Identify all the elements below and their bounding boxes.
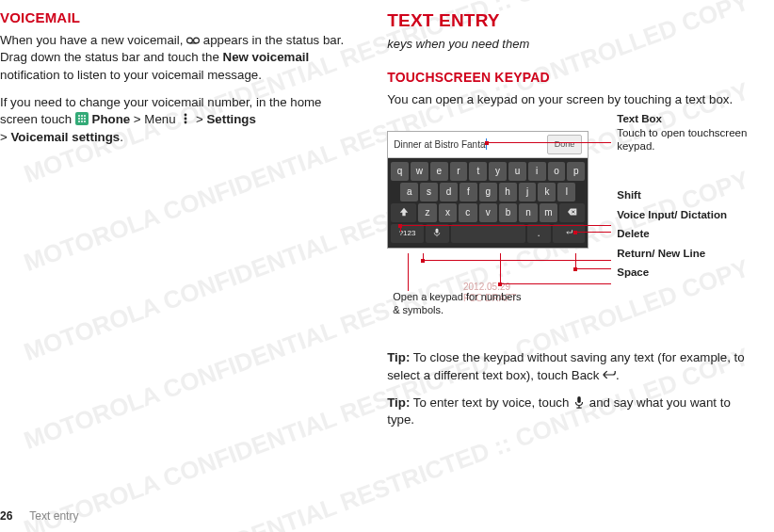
tip-voice-input: Tip: To enter text by voice, touch and s… xyxy=(387,395,761,429)
key-r[interactable]: r xyxy=(450,162,468,181)
menu-icon xyxy=(179,112,192,125)
dialpad-icon xyxy=(75,112,89,125)
key-o[interactable]: o xyxy=(548,162,566,181)
tip-close-keypad: Tip: To close the keypad without saving … xyxy=(387,349,761,384)
key-n[interactable]: n xyxy=(519,203,537,222)
key-x[interactable]: x xyxy=(439,203,457,222)
svg-point-0 xyxy=(187,38,193,43)
key-period[interactable]: . xyxy=(527,224,551,243)
svg-rect-16 xyxy=(436,229,439,234)
text-entry-heading: TEXT ENTRY xyxy=(387,8,761,34)
svg-point-8 xyxy=(81,118,83,120)
key-f[interactable]: f xyxy=(460,183,477,202)
key-z[interactable]: z xyxy=(418,203,436,222)
page-footer: 26 Text entry xyxy=(0,508,78,524)
callout-voice: Voice Input/ Dictation xyxy=(617,208,761,221)
key-v[interactable]: v xyxy=(479,203,497,222)
key-j[interactable]: j xyxy=(519,183,537,202)
voicemail-para-2: If you need to change your voicemail num… xyxy=(0,94,359,147)
touchscreen-keypad-heading: TOUCHSCREEN KEYPAD xyxy=(387,68,761,87)
key-d[interactable]: d xyxy=(440,183,458,202)
svg-point-7 xyxy=(78,118,80,120)
key-w[interactable]: w xyxy=(411,162,428,181)
key-a[interactable]: a xyxy=(400,183,418,202)
back-icon xyxy=(603,368,616,381)
mic-icon xyxy=(572,395,586,409)
page-number: 26 xyxy=(0,508,12,524)
key-k[interactable]: k xyxy=(538,183,556,202)
svg-point-5 xyxy=(81,115,83,117)
symbols-key-caption: Open a keypad for numbers & symbols. xyxy=(393,291,524,317)
svg-point-9 xyxy=(84,118,86,120)
key-row-4: ?123 . xyxy=(391,224,585,243)
key-y[interactable]: y xyxy=(489,162,507,181)
voicemail-heading: VOICEMAIL xyxy=(0,8,359,28)
svg-point-6 xyxy=(84,115,86,117)
key-e[interactable]: e xyxy=(430,162,448,181)
key-h[interactable]: h xyxy=(499,183,517,202)
voicemail-icon xyxy=(186,34,200,45)
key-delete[interactable] xyxy=(559,203,585,222)
callout-space: Space xyxy=(617,266,761,279)
key-s[interactable]: s xyxy=(420,183,438,202)
key-u[interactable]: u xyxy=(508,162,526,181)
callout-textbox: Text Box Touch to open touchscreen keypa… xyxy=(617,112,761,153)
key-space[interactable] xyxy=(451,224,525,243)
text-entry-subtitle: keys when you need them xyxy=(387,36,761,54)
key-row-1: q w e r t y u i o p xyxy=(391,162,585,181)
key-t[interactable]: t xyxy=(469,162,487,181)
svg-point-15 xyxy=(185,121,187,124)
key-i[interactable]: i xyxy=(528,162,546,181)
svg-point-1 xyxy=(194,38,200,43)
callout-return: Return/ New Line xyxy=(617,247,761,260)
key-g[interactable]: g xyxy=(479,183,497,202)
key-m[interactable]: m xyxy=(540,203,557,222)
touchscreen-keypad-intro: You can open a keypad on your screen by … xyxy=(387,91,761,109)
key-c[interactable]: c xyxy=(459,203,476,222)
svg-point-13 xyxy=(185,114,187,117)
key-shift[interactable] xyxy=(391,203,416,222)
key-return[interactable] xyxy=(553,224,586,243)
text-input-value[interactable]: Dinner at Bistro Fanta xyxy=(394,138,546,153)
keypad-screenshot: Dinner at Bistro Fanta Done q w e r t y … xyxy=(387,131,589,249)
callout-delete: Delete xyxy=(617,227,761,240)
key-p[interactable]: p xyxy=(567,162,585,181)
svg-rect-18 xyxy=(577,395,581,402)
key-symbols[interactable]: ?123 xyxy=(391,224,424,243)
section-name: Text entry xyxy=(29,508,78,524)
done-button[interactable]: Done xyxy=(547,135,583,154)
svg-point-14 xyxy=(185,118,187,121)
key-b[interactable]: b xyxy=(499,203,517,222)
key-l[interactable]: l xyxy=(557,183,575,202)
callout-shift: Shift xyxy=(617,188,761,202)
key-mic[interactable] xyxy=(426,224,449,243)
key-q[interactable]: q xyxy=(391,162,409,181)
key-row-3: z x c v b n m xyxy=(391,203,585,222)
svg-point-10 xyxy=(78,121,80,122)
svg-point-12 xyxy=(84,121,86,122)
keypad-figure: Dinner at Bistro Fanta Done q w e r t y … xyxy=(387,123,761,330)
voicemail-para-1: When you have a new voicemail, appears i… xyxy=(0,32,359,85)
svg-point-11 xyxy=(81,121,83,122)
svg-point-4 xyxy=(78,115,80,117)
key-row-2: a s d f g h j k l xyxy=(391,183,585,202)
